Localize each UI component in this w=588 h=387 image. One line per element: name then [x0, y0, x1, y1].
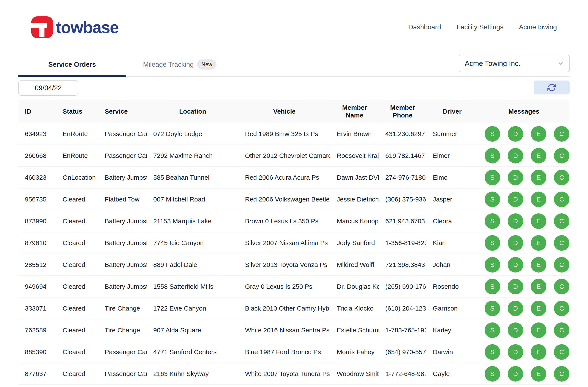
cell-driver: Rosendo [426, 283, 478, 290]
message-button-e[interactable]: E [531, 170, 546, 185]
cell-member-name: Mildred Wolff [330, 261, 379, 268]
message-button-d[interactable]: D [508, 301, 523, 316]
cell-member-name: Morris Fahey [330, 348, 379, 356]
message-button-e[interactable]: E [531, 148, 546, 164]
message-button-d[interactable]: D [508, 344, 523, 360]
cell-driver: Kian [426, 239, 478, 247]
tab-service-orders[interactable]: Service Orders [18, 53, 126, 76]
cell-id: 460323 [18, 174, 56, 181]
message-button-c[interactable]: C [554, 235, 569, 251]
cell-id: 260668 [18, 152, 56, 159]
cell-service: Tire Change [98, 305, 147, 312]
cell-status: Cleared [56, 239, 98, 247]
message-button-c[interactable]: C [554, 279, 569, 294]
nav-facility-settings[interactable]: Facility Settings [457, 23, 504, 31]
message-button-e[interactable]: E [531, 344, 546, 360]
app-header: towbase Dashboard Facility Settings Acme… [0, 0, 588, 43]
message-button-s[interactable]: S [484, 235, 500, 251]
cell-status: OnLocation [56, 174, 98, 181]
cell-member-phone: 721.398.3843 ... [379, 261, 426, 268]
message-button-e[interactable]: E [531, 213, 546, 229]
message-button-c[interactable]: C [554, 257, 569, 273]
nav-acmetowing[interactable]: AcmeTowing [519, 23, 557, 31]
message-button-c[interactable]: C [554, 126, 569, 142]
message-button-e[interactable]: E [531, 301, 546, 316]
cell-id: 949694 [18, 283, 56, 290]
table-row: 260668 EnRoute Passenger Car ... 7292 Ma… [18, 145, 570, 166]
cell-status: Cleared [56, 196, 98, 203]
tab-mileage-tracking[interactable]: Mileage Tracking New [126, 53, 234, 76]
message-button-d[interactable]: D [508, 279, 523, 294]
message-button-e[interactable]: E [531, 235, 546, 251]
cell-id: 877637 [18, 370, 56, 378]
tab-service-orders-label: Service Orders [48, 61, 96, 68]
message-button-d[interactable]: D [508, 170, 523, 185]
message-button-e[interactable]: E [531, 257, 546, 273]
table-row: 460323 OnLocation Battery Jumpst... 585 … [18, 166, 570, 188]
cell-driver: Cleora [426, 217, 478, 225]
message-button-s[interactable]: S [484, 301, 500, 316]
col-header-location: Location [147, 108, 238, 115]
message-button-c[interactable]: C [554, 192, 569, 207]
facility-select[interactable]: Acme Towing Inc. [459, 55, 570, 72]
cell-vehicle: Silver 2007 Nissan Altima Ps [238, 239, 330, 247]
refresh-button[interactable] [534, 81, 570, 94]
message-button-s[interactable]: S [484, 148, 500, 164]
message-button-s[interactable]: S [484, 213, 500, 229]
message-button-d[interactable]: D [508, 366, 523, 382]
table-row: SDEC [18, 385, 570, 387]
towbase-logo[interactable]: towbase [31, 16, 119, 38]
message-button-e[interactable]: E [531, 322, 546, 338]
cell-id: 956735 [18, 196, 56, 203]
message-button-d[interactable]: D [508, 235, 523, 251]
cell-id: 285512 [18, 261, 56, 268]
cell-vehicle: White 2007 Toyota Tundra Ps [238, 370, 330, 378]
cell-messages: SDEC [478, 322, 570, 338]
message-button-s[interactable]: S [484, 322, 500, 338]
message-button-s[interactable]: S [484, 126, 500, 142]
cell-member-name: Tricia Klocko [330, 305, 379, 312]
cell-messages: SDEC [478, 301, 570, 316]
message-button-d[interactable]: D [508, 257, 523, 273]
table-row: 873990 Cleared Battery Jumpst... 21153 M… [18, 210, 570, 232]
cell-member-phone: 1-783-765-1928 [379, 326, 426, 334]
cell-service: Passenger Car ... [98, 370, 147, 378]
date-input[interactable] [18, 80, 78, 96]
cell-vehicle: Red 1989 Bmw 325 Is Ps [238, 130, 330, 138]
cell-driver: Johan [426, 261, 478, 268]
message-button-s[interactable]: S [484, 279, 500, 294]
cell-id: 873990 [18, 217, 56, 225]
message-button-e[interactable]: E [531, 126, 546, 142]
cell-member-phone: (265) 690-1760 [379, 283, 426, 290]
message-button-d[interactable]: D [508, 322, 523, 338]
message-button-s[interactable]: S [484, 366, 500, 382]
cell-location: 007 Mitchell Road [147, 196, 238, 203]
cell-member-phone: (610) 204-123... [379, 305, 426, 312]
message-button-s[interactable]: S [484, 170, 500, 185]
message-button-e[interactable]: E [531, 366, 546, 382]
col-header-status: Status [56, 108, 98, 115]
message-button-d[interactable]: D [508, 126, 523, 142]
message-button-s[interactable]: S [484, 257, 500, 273]
message-button-s[interactable]: S [484, 192, 500, 207]
message-button-c[interactable]: C [554, 170, 569, 185]
message-button-d[interactable]: D [508, 213, 523, 229]
message-button-d[interactable]: D [508, 148, 523, 164]
message-button-e[interactable]: E [531, 192, 546, 207]
message-button-c[interactable]: C [554, 366, 569, 382]
cell-id: 879610 [18, 239, 56, 247]
nav-dashboard[interactable]: Dashboard [408, 23, 441, 31]
message-button-c[interactable]: C [554, 148, 569, 164]
message-button-d[interactable]: D [508, 192, 523, 207]
message-button-c[interactable]: C [554, 322, 569, 338]
message-button-c[interactable]: C [554, 301, 569, 316]
col-header-service: Service [98, 108, 147, 115]
message-button-c[interactable]: C [554, 213, 569, 229]
message-button-c[interactable]: C [554, 344, 569, 360]
cell-status: Cleared [56, 305, 98, 312]
cell-service: Battery Jumpst... [98, 217, 147, 225]
message-button-s[interactable]: S [484, 344, 500, 360]
cell-vehicle: Red 2006 Acura Acura Ps [238, 174, 330, 181]
message-button-e[interactable]: E [531, 279, 546, 294]
col-header-vehicle: Vehicle [238, 108, 330, 115]
